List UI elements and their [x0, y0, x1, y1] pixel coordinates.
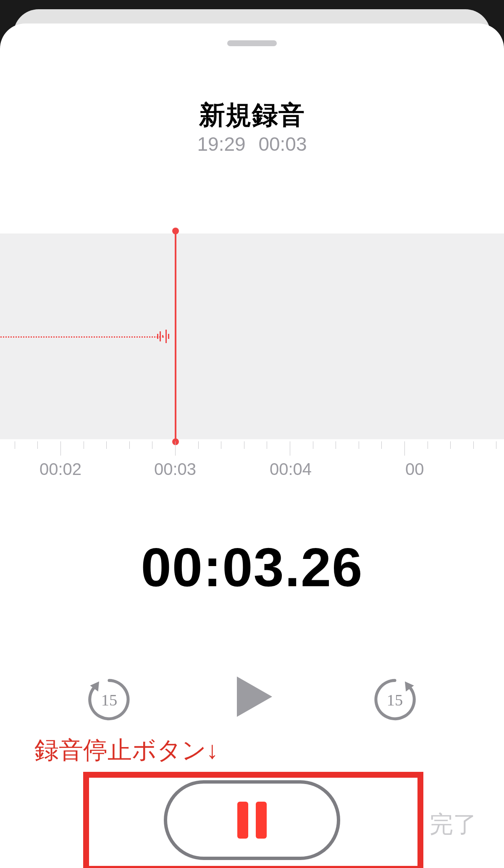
- waveform-baseline: [0, 336, 164, 338]
- svg-text:15: 15: [387, 691, 403, 709]
- recording-title: 新規録音: [0, 97, 504, 133]
- annotation-label: 録音停止ボタン↓: [34, 734, 218, 767]
- ruler-label: 00: [405, 460, 424, 479]
- done-button[interactable]: 完了: [430, 809, 477, 841]
- skip-back-icon: 15: [84, 674, 134, 725]
- recording-subtitle: 19:29 00:03: [0, 133, 504, 155]
- recording-start-time: 19:29: [197, 133, 245, 155]
- playback-controls: 15 15: [0, 670, 504, 737]
- skip-forward-icon: 15: [370, 674, 420, 725]
- waveform-area[interactable]: [0, 233, 504, 439]
- ruler-label: 00:02: [39, 460, 81, 479]
- recording-duration: 00:03: [258, 133, 307, 155]
- elapsed-counter: 00:03.26: [0, 536, 504, 599]
- pause-recording-button[interactable]: [164, 780, 340, 860]
- svg-text:15: 15: [101, 691, 117, 709]
- ruler-label: 00:04: [270, 460, 312, 479]
- play-icon: [227, 671, 277, 722]
- playhead-marker[interactable]: [175, 231, 176, 442]
- skip-forward-button[interactable]: 15: [370, 674, 420, 725]
- screenshot-stage: 新規録音 19:29 00:03 00:02 00:03 00:0: [0, 0, 504, 868]
- play-button[interactable]: [220, 665, 284, 728]
- recording-sheet: 新規録音 19:29 00:03 00:02 00:03 00:0: [0, 24, 504, 868]
- skip-back-button[interactable]: 15: [84, 674, 134, 725]
- time-ruler: 00:02 00:03 00:04 00: [0, 441, 504, 479]
- svg-marker-2: [237, 677, 272, 717]
- pause-icon: [237, 802, 267, 839]
- ruler-label: 00:03: [154, 460, 196, 479]
- sheet-grabber[interactable]: [227, 40, 277, 46]
